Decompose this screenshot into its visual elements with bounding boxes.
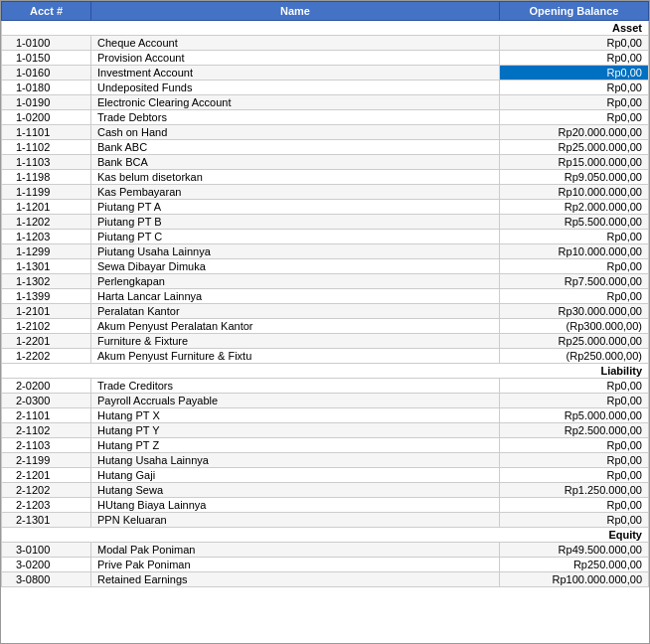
acct-name: Hutang Gaji	[91, 468, 500, 483]
table-row[interactable]: 2-1101Hutang PT XRp5.000.000,00	[2, 408, 649, 423]
acct-number: 1-0180	[2, 80, 91, 95]
table-row[interactable]: 2-1102Hutang PT YRp2.500.000,00	[2, 423, 649, 438]
acct-number: 1-1399	[2, 289, 91, 304]
table-row[interactable]: 1-0200Trade DebtorsRp0,00	[2, 110, 649, 125]
opening-balance: Rp0,00	[500, 438, 649, 453]
acct-number: 1-0100	[2, 36, 91, 51]
table-row[interactable]: 1-1198Kas belum disetorkanRp9.050.000,00	[2, 170, 649, 185]
opening-balance: Rp250.000,00	[500, 558, 649, 572]
table-row[interactable]: 2-1103Hutang PT ZRp0,00	[2, 438, 649, 453]
acct-name: Prive Pak Poniman	[91, 558, 500, 572]
table-row[interactable]: 1-1302PerlengkapanRp7.500.000,00	[2, 274, 649, 289]
table-row[interactable]: 1-2102Akum Penyust Peralatan Kantor(Rp30…	[2, 319, 649, 334]
acct-name: Piutang Usaha Lainnya	[91, 244, 500, 259]
table-row[interactable]: 1-1201Piutang PT ARp2.000.000,00	[2, 200, 649, 215]
opening-balance: Rp0,00	[500, 453, 649, 468]
acct-number: 1-1301	[2, 259, 91, 274]
acct-name: Undeposited Funds	[91, 80, 500, 95]
table-row[interactable]: 2-1203HUtang Biaya LainnyaRp0,00	[2, 498, 649, 513]
opening-balance: Rp0,00	[500, 230, 649, 244]
acct-number: 1-1103	[2, 155, 91, 170]
acct-number: 2-1102	[2, 423, 91, 438]
table-row[interactable]: 2-1301PPN KeluaranRp0,00	[2, 513, 649, 528]
opening-balance: Rp1.250.000,00	[500, 483, 649, 498]
table-row[interactable]: 1-1299Piutang Usaha LainnyaRp10.000.000,…	[2, 244, 649, 259]
acct-name: Hutang Sewa	[91, 483, 500, 498]
opening-balance: Rp0,00	[500, 259, 649, 274]
acct-number: 2-1201	[2, 468, 91, 483]
table-row[interactable]: 1-1102Bank ABCRp25.000.000,00	[2, 140, 649, 155]
table-row[interactable]: 1-1301Sewa Dibayar DimukaRp0,00	[2, 259, 649, 274]
table-row[interactable]: 1-1203Piutang PT CRp0,00	[2, 230, 649, 244]
table-row[interactable]: 2-1201Hutang GajiRp0,00	[2, 468, 649, 483]
acct-number: 3-0100	[2, 543, 91, 558]
opening-balance: Rp10.000.000,00	[500, 185, 649, 200]
table-row[interactable]: 1-1399Harta Lancar LainnyaRp0,00	[2, 289, 649, 304]
opening-balance: Rp10.000.000,00	[500, 244, 649, 259]
acct-number: 3-0200	[2, 558, 91, 572]
table-row[interactable]: 1-1202Piutang PT BRp5.500.000,00	[2, 215, 649, 230]
acct-name: HUtang Biaya Lainnya	[91, 498, 500, 513]
accounts-table-container[interactable]: Acct # Name Opening Balance Asset1-0100C…	[0, 0, 650, 644]
acct-number: 2-0200	[2, 379, 91, 394]
acct-name: Hutang PT Z	[91, 438, 500, 453]
table-row[interactable]: 1-0150Provision AccountRp0,00	[2, 51, 649, 66]
acct-number: 1-2202	[2, 349, 91, 364]
table-row[interactable]: 1-0100Cheque AccountRp0,00	[2, 36, 649, 51]
acct-name: Akum Penyust Furniture & Fixtu	[91, 349, 500, 364]
table-row[interactable]: 1-2101Peralatan KantorRp30.000.000,00	[2, 304, 649, 319]
opening-balance: Rp100.000.000,00	[500, 572, 649, 587]
acct-name: Furniture & Fixture	[91, 334, 500, 349]
table-row[interactable]: 3-0100Modal Pak PonimanRp49.500.000,00	[2, 543, 649, 558]
table-row[interactable]: 1-1101Cash on HandRp20.000.000,00	[2, 125, 649, 140]
acct-number: 2-0300	[2, 394, 91, 408]
acct-number: 1-0200	[2, 110, 91, 125]
table-row[interactable]: 2-0300Payroll Accruals PayableRp0,00	[2, 394, 649, 408]
acct-number: 1-1299	[2, 244, 91, 259]
acct-number: 1-1202	[2, 215, 91, 230]
opening-balance: Rp5.500.000,00	[500, 215, 649, 230]
acct-name: Hutang PT X	[91, 408, 500, 423]
category-row: Asset	[2, 21, 649, 36]
acct-name: Electronic Clearing Account	[91, 95, 500, 110]
accounts-table: Acct # Name Opening Balance Asset1-0100C…	[1, 1, 649, 587]
acct-number: 2-1103	[2, 438, 91, 453]
table-row[interactable]: 1-0160Investment AccountRp0,00	[2, 66, 649, 80]
acct-name: Perlengkapan	[91, 274, 500, 289]
acct-name: Cheque Account	[91, 36, 500, 51]
category-label: Asset	[2, 21, 649, 36]
table-row[interactable]: 2-0200Trade CreditorsRp0,00	[2, 379, 649, 394]
category-label: Equity	[2, 528, 649, 543]
opening-balance: Rp0,00	[500, 498, 649, 513]
category-row: Liability	[2, 364, 649, 379]
acct-name: PPN Keluaran	[91, 513, 500, 528]
table-row[interactable]: 1-1199Kas PembayaranRp10.000.000,00	[2, 185, 649, 200]
table-row[interactable]: 1-2202Akum Penyust Furniture & Fixtu(Rp2…	[2, 349, 649, 364]
acct-name: Investment Account	[91, 66, 500, 80]
acct-name: Retained Earnings	[91, 572, 500, 587]
table-row[interactable]: 1-0190Electronic Clearing AccountRp0,00	[2, 95, 649, 110]
table-row[interactable]: 3-0800Retained EarningsRp100.000.000,00	[2, 572, 649, 587]
col-name-header: Name	[91, 2, 500, 21]
table-row[interactable]: 3-0200Prive Pak PonimanRp250.000,00	[2, 558, 649, 572]
table-row[interactable]: 1-0180Undeposited FundsRp0,00	[2, 80, 649, 95]
opening-balance: Rp5.000.000,00	[500, 408, 649, 423]
opening-balance: Rp30.000.000,00	[500, 304, 649, 319]
acct-number: 2-1199	[2, 453, 91, 468]
acct-number: 1-0150	[2, 51, 91, 66]
acct-name: Peralatan Kantor	[91, 304, 500, 319]
opening-balance: Rp0,00	[500, 468, 649, 483]
acct-number: 1-2201	[2, 334, 91, 349]
opening-balance: Rp20.000.000,00	[500, 125, 649, 140]
opening-balance: Rp0,00	[500, 394, 649, 408]
table-row[interactable]: 1-1103Bank BCARp15.000.000,00	[2, 155, 649, 170]
acct-number: 2-1101	[2, 408, 91, 423]
acct-name: Kas belum disetorkan	[91, 170, 500, 185]
opening-balance: Rp25.000.000,00	[500, 334, 649, 349]
opening-balance: Rp0,00	[500, 289, 649, 304]
acct-number: 1-0190	[2, 95, 91, 110]
table-row[interactable]: 1-2201Furniture & FixtureRp25.000.000,00	[2, 334, 649, 349]
acct-number: 1-0160	[2, 66, 91, 80]
table-row[interactable]: 2-1199Hutang Usaha LainnyaRp0,00	[2, 453, 649, 468]
table-row[interactable]: 2-1202Hutang SewaRp1.250.000,00	[2, 483, 649, 498]
